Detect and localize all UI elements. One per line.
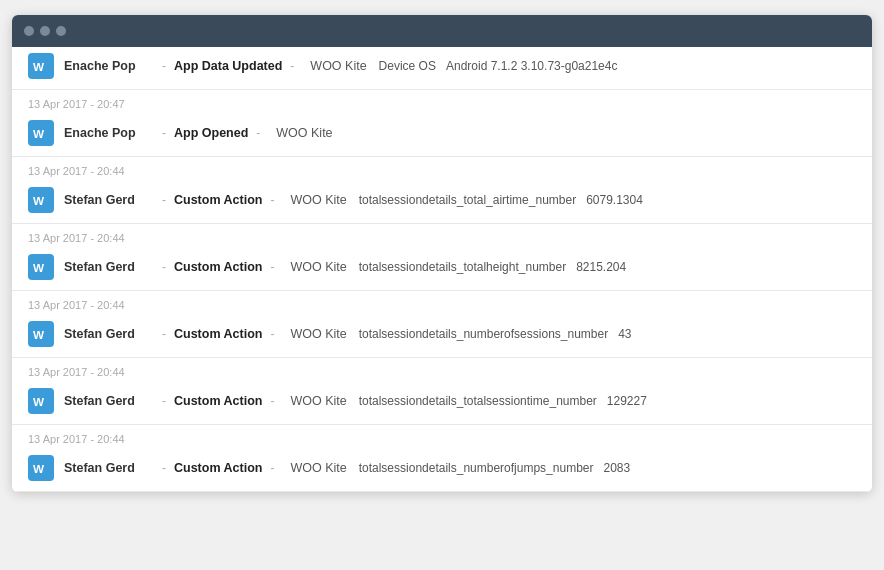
event-group: 13 Apr 2017 - 20:44 W Stefan Gerd-Custom… [12,358,872,425]
event-row: W Stefan Gerd-Custom Action-WOO Kitetota… [12,382,872,424]
event-user: Stefan Gerd [64,193,154,207]
event-timestamp: 13 Apr 2017 - 20:44 [12,291,872,315]
event-app: WOO Kite [290,461,346,475]
event-detail: totalsessiondetails_numberofsessions_num… [359,327,608,341]
separator-2: - [256,126,260,140]
svg-text:W: W [33,194,45,207]
event-value: 2083 [603,461,630,475]
separator-1: - [162,394,166,408]
woo-icon: W [28,187,54,213]
svg-text:W: W [33,462,45,475]
event-group: 13 Apr 2017 - 20:44 W Stefan Gerd-Custom… [12,224,872,291]
event-value: 8215.204 [576,260,626,274]
event-action: Custom Action [174,461,262,475]
event-row: W Stefan Gerd-Custom Action-WOO Kitetota… [12,449,872,491]
woo-icon: W [28,321,54,347]
window-controls [24,26,66,36]
event-list[interactable]: W Enache Pop-App Data Updated-WOO KiteDe… [12,47,872,492]
event-app: WOO Kite [290,193,346,207]
event-app: WOO Kite [276,126,332,140]
event-value: 129227 [607,394,647,408]
event-group: 13 Apr 2017 - 20:47 W Enache Pop-App Ope… [12,90,872,157]
separator-1: - [162,59,166,73]
separator-2: - [270,394,274,408]
event-user: Enache Pop [64,126,154,140]
woo-icon: W [28,254,54,280]
event-action: Custom Action [174,193,262,207]
dot-3 [56,26,66,36]
separator-1: - [162,327,166,341]
svg-text:W: W [33,395,45,408]
event-group: W Enache Pop-App Data Updated-WOO KiteDe… [12,47,872,90]
event-timestamp: 13 Apr 2017 - 20:44 [12,358,872,382]
event-detail: totalsessiondetails_totalsessiontime_num… [359,394,597,408]
event-row: W Stefan Gerd-Custom Action-WOO Kitetota… [12,248,872,290]
woo-icon: W [28,388,54,414]
event-user: Enache Pop [64,59,154,73]
event-user: Stefan Gerd [64,394,154,408]
event-timestamp: 13 Apr 2017 - 20:44 [12,157,872,181]
event-value: 6079.1304 [586,193,643,207]
separator-1: - [162,193,166,207]
dot-1 [24,26,34,36]
woo-icon: W [28,455,54,481]
separator-2: - [290,59,294,73]
separator-1: - [162,260,166,274]
woo-icon: W [28,53,54,79]
event-timestamp: 13 Apr 2017 - 20:44 [12,224,872,248]
event-value: Android 7.1.2 3.10.73-g0a21e4c [446,59,617,73]
event-timestamp: 13 Apr 2017 - 20:47 [12,90,872,114]
event-app: WOO Kite [290,260,346,274]
event-group: 13 Apr 2017 - 20:44 W Stefan Gerd-Custom… [12,291,872,358]
event-timestamp: 13 Apr 2017 - 20:44 [12,425,872,449]
event-action: Custom Action [174,394,262,408]
event-detail: totalsessiondetails_totalheight_number [359,260,566,274]
event-action: Custom Action [174,260,262,274]
dot-2 [40,26,50,36]
svg-text:W: W [33,127,45,140]
separator-2: - [270,193,274,207]
event-row: W Enache Pop-App Opened-WOO Kite [12,114,872,156]
svg-text:W: W [33,261,45,274]
event-app: WOO Kite [310,59,366,73]
event-app: WOO Kite [290,394,346,408]
svg-text:W: W [33,328,45,341]
event-action: Custom Action [174,327,262,341]
event-user: Stefan Gerd [64,260,154,274]
event-group: 13 Apr 2017 - 20:44 W Stefan Gerd-Custom… [12,425,872,492]
event-row: W Enache Pop-App Data Updated-WOO KiteDe… [12,47,872,89]
titlebar [12,15,872,47]
event-user: Stefan Gerd [64,327,154,341]
main-window: W Enache Pop-App Data Updated-WOO KiteDe… [12,15,872,492]
event-detail: totalsessiondetails_numberofjumps_number [359,461,594,475]
separator-2: - [270,327,274,341]
event-detail: Device OS [379,59,436,73]
event-detail: totalsessiondetails_total_airtime_number [359,193,576,207]
event-app: WOO Kite [290,327,346,341]
event-user: Stefan Gerd [64,461,154,475]
event-action: App Opened [174,126,248,140]
event-row: W Stefan Gerd-Custom Action-WOO Kitetota… [12,181,872,223]
separator-2: - [270,260,274,274]
svg-text:W: W [33,60,45,73]
event-value: 43 [618,327,631,341]
separator-1: - [162,461,166,475]
separator-2: - [270,461,274,475]
separator-1: - [162,126,166,140]
event-group: 13 Apr 2017 - 20:44 W Stefan Gerd-Custom… [12,157,872,224]
event-action: App Data Updated [174,59,282,73]
event-row: W Stefan Gerd-Custom Action-WOO Kitetota… [12,315,872,357]
woo-icon: W [28,120,54,146]
